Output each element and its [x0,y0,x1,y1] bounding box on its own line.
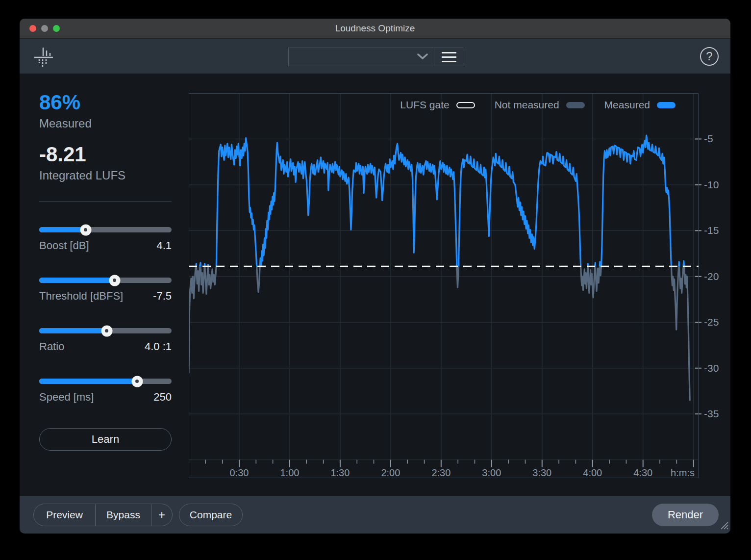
svg-text:-15: -15 [704,225,719,236]
svg-text:2:00: 2:00 [381,467,400,478]
help-icon[interactable]: ? [700,47,719,66]
integrated-lufs-value: -8.21 [39,144,172,165]
loudness-plot: 0:301:001:302:002:303:003:304:004:30h:m:… [189,93,730,478]
threshold-slider-thumb[interactable] [109,275,120,286]
chevron-down-icon [417,52,428,62]
svg-text:3:00: 3:00 [482,467,501,478]
svg-text:4:30: 4:30 [633,467,652,478]
title-bar: Loudness Optimize [20,19,730,39]
preset-menu-button[interactable] [434,48,464,66]
legend-lufs-gate: LUFS gate [400,99,475,111]
boost-slider-row: Boost [dB] 4.1 [39,227,172,252]
measured-percent: 86% [39,92,172,113]
threshold-slider[interactable] [39,278,172,283]
ratio-slider-row: Ratio 4.0 :1 [39,328,172,353]
bypass-button[interactable]: Bypass [95,504,151,526]
speed-slider-row: Speed [ms] 250 [39,379,172,404]
measured-line [189,135,690,400]
speed-slider[interactable] [39,379,172,384]
boost-slider-thumb[interactable] [80,224,91,235]
svg-text:2:30: 2:30 [431,467,451,478]
svg-text:1:30: 1:30 [330,467,350,478]
threshold-slider-row: Threshold [dBFS] -7.5 [39,278,172,303]
resize-grip-icon[interactable] [719,520,728,532]
loudness-chart: 0:301:001:302:002:303:003:304:004:30h:m:… [189,93,730,478]
window-title: Loudness Optimize [20,19,730,38]
measured-label: Measured [39,117,172,130]
preview-button[interactable]: Preview [34,504,95,526]
main-area: 86% Measured -8.21 Integrated LUFS Boost… [20,74,730,496]
svg-text:0:30: 0:30 [230,467,249,478]
threshold-label: Threshold [dBFS] [39,290,123,303]
learn-button[interactable]: Learn [39,428,172,451]
lufs-gate-swatch [456,102,475,108]
speed-label: Speed [ms] [39,391,94,404]
footer-bar: Preview Bypass + Compare Render [20,496,730,534]
chart-legend: LUFS gate Not measured Measured [400,99,676,111]
preset-dropdown[interactable] [288,48,434,66]
toolbar: ? [20,39,730,74]
svg-text:1:00: 1:00 [280,467,299,478]
not-measured-swatch [566,102,585,108]
speed-slider-thumb[interactable] [131,376,143,387]
svg-text:-20: -20 [704,271,719,282]
ratio-slider-thumb[interactable] [101,325,112,336]
svg-text:-35: -35 [704,408,719,419]
render-button[interactable]: Render [652,504,719,526]
threshold-value: -7.5 [153,290,172,303]
ratio-value: 4.0 :1 [145,340,172,353]
sidebar: 86% Measured -8.21 Integrated LUFS Boost… [39,92,172,451]
measured-swatch [657,102,676,108]
svg-text:-5: -5 [704,133,713,144]
boost-value: 4.1 [156,239,172,252]
legend-measured: Measured [604,99,676,111]
svg-text:-30: -30 [704,362,719,374]
legend-not-measured: Not measured [495,99,585,111]
loudness-module-icon [33,46,55,70]
svg-text:4:00: 4:00 [583,467,602,478]
integrated-lufs-label: Integrated LUFS [39,169,172,182]
boost-label: Boost [dB] [39,239,89,252]
sidebar-divider [39,201,172,202]
ratio-label: Ratio [39,340,64,353]
speed-value: 250 [153,391,172,404]
svg-text:h:m:s: h:m:s [671,467,695,478]
add-button[interactable]: + [151,504,172,526]
compare-button[interactable]: Compare [179,504,243,526]
ratio-slider[interactable] [39,328,172,333]
boost-slider[interactable] [39,227,172,232]
plugin-window: Loudness Optimize [20,19,730,534]
svg-text:-25: -25 [704,316,719,328]
svg-text:3:30: 3:30 [532,467,551,478]
svg-text:-10: -10 [704,179,719,190]
preview-button-group: Preview Bypass + [33,504,173,526]
